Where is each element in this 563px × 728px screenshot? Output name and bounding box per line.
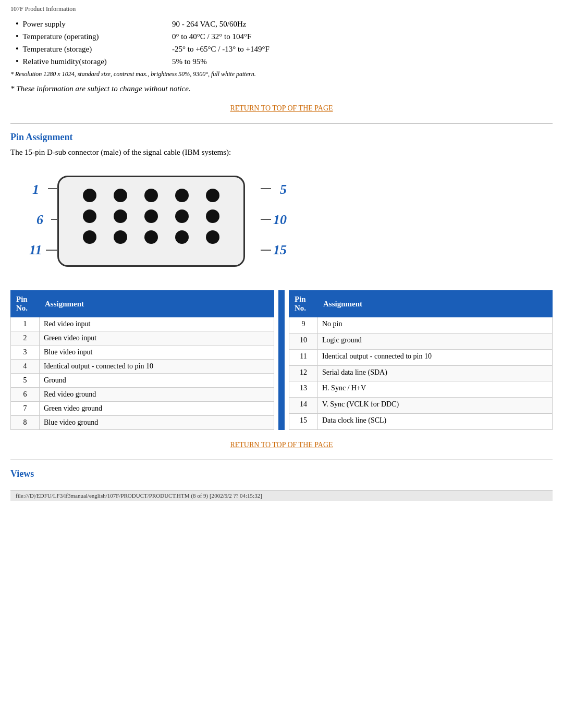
notice: * These information are subject to chang… [10,84,553,93]
right-pin-assignment: V. Sync (VCLK for DDC) [318,398,553,414]
right-pin-number: 12 [289,365,318,381]
pin-section: Pin Assignment The 15-pin D-sub connecto… [10,132,553,430]
right-table-row: 12Serial data line (SDA) [289,365,553,381]
right-pin-number: 15 [289,414,318,430]
pin-row-3 [59,223,243,244]
pin-8 [144,209,158,223]
right-pin-assignment: Data clock line (SCL) [318,414,553,430]
divider-1 [10,123,553,124]
left-pin-number: 7 [11,402,40,416]
pin-3 [144,189,158,202]
left-table-row: 4Identical output - connected to pin 10 [11,360,274,374]
line-1-left [48,188,58,189]
left-table-row: 7Green video ground [11,402,274,416]
right-pin-number: 10 [289,333,318,349]
left-header-assign: Assignment [40,291,274,317]
left-table-row: 6Red video ground [11,388,274,402]
label-11: 11 [29,242,42,258]
spec-row-temp-op: • Temperature (operating) 0° to 40°C / 3… [16,32,553,41]
spec-row-temp-st: • Temperature (storage) -25° to +65°C / … [16,44,553,54]
spec-value-humidity: 5% to 95% [172,57,553,66]
left-pin-assignment: Red video input [40,317,274,331]
bullet-humidity: • [16,57,19,66]
right-pin-number: 11 [289,349,318,365]
spec-value-power: 90 - 264 VAC, 50/60Hz [172,20,553,29]
pin-7 [114,209,127,223]
spec-table: • Power supply 90 - 264 VAC, 50/60Hz • T… [16,19,553,66]
left-pin-number: 1 [11,317,40,331]
footnote: * Resolution 1280 x 1024, standard size,… [10,70,553,78]
left-pin-assignment: Blue video input [40,346,274,360]
pin-2 [114,189,127,202]
connector-diagram: 1 6 11 5 10 15 [26,165,287,280]
pin-intro-text: The 15-pin D-sub connector (male) of the… [10,148,553,157]
pin-1 [83,189,96,202]
pin-15 [206,230,219,244]
left-table-row: 3Blue video input [11,346,274,360]
spec-label-temp-st: • Temperature (storage) [16,44,172,54]
spec-value-temp-op: 0° to 40°C / 32° to 104°F [172,32,553,41]
left-header-pin: Pin No. [11,291,40,317]
pin-row-1 [59,177,243,202]
spec-label-humidity: • Relative humidity(storage) [16,57,172,66]
right-table-row: 10Logic ground [289,333,553,349]
return-link-bottom[interactable]: RETURN TO TOP OF THE PAGE [230,441,333,449]
left-pin-assignment: Blue video ground [40,416,274,430]
pin-12 [114,230,127,244]
spec-row-power: • Power supply 90 - 264 VAC, 50/60Hz [16,19,553,29]
right-pin-assignment: No pin [318,317,553,334]
left-table-header: Pin No. Assignment [11,291,274,317]
page-title: 107F Product Information [10,5,553,13]
left-pin-table: Pin No. Assignment 1Red video input2Gree… [10,290,274,430]
right-table-row: 15Data clock line (SCL) [289,414,553,430]
specs-section: • Power supply 90 - 264 VAC, 50/60Hz • T… [10,19,553,93]
pin-14 [175,230,189,244]
right-table-header: Pin No. Assignment [289,291,553,317]
return-link-top[interactable]: RETURN TO TOP OF THE PAGE [230,104,333,112]
left-pin-number: 5 [11,374,40,388]
left-pin-number: 2 [11,331,40,346]
right-pin-number: 13 [289,381,318,398]
label-5: 5 [280,182,287,198]
spec-label-text-power: Power supply [23,20,66,29]
pin-section-heading: Pin Assignment [10,132,553,143]
left-pin-number: 6 [11,388,40,402]
label-10: 10 [273,212,287,228]
left-table-row: 1Red video input [11,317,274,331]
line-5-right [261,188,271,189]
right-table-row: 9No pin [289,317,553,334]
left-pin-number: 8 [11,416,40,430]
right-header-assign: Assignment [318,291,553,317]
pin-9 [175,209,189,223]
right-pin-assignment: Logic ground [318,333,553,349]
line-15-right [261,250,271,251]
footer-text: file:///D|/EDFU/LF3/lf3manual/english/10… [16,492,262,499]
right-pin-number: 14 [289,398,318,414]
pin-5 [206,189,219,202]
left-pin-assignment: Ground [40,374,274,388]
spec-label-text-temp-op: Temperature (operating) [23,32,99,41]
pin-4 [175,189,189,202]
line-11-left [46,250,58,251]
right-table-row: 13H. Sync / H+V [289,381,553,398]
right-pin-table: Pin No. Assignment 9No pin10Logic ground… [289,290,553,430]
line-6-left [51,219,58,220]
line-10-right [261,219,271,220]
spec-row-humidity: • Relative humidity(storage) 5% to 95% [16,57,553,66]
label-15: 15 [273,242,287,258]
spec-label-power: • Power supply [16,19,172,29]
right-table-row: 11Identical output - connected to pin 10 [289,349,553,365]
table-divider [278,290,285,430]
left-pin-assignment: Green video input [40,331,274,346]
pin-row-2 [59,202,243,223]
left-pin-assignment: Green video ground [40,402,274,416]
divider-2 [10,460,553,460]
bullet-power: • [16,19,19,29]
bullet-temp-op: • [16,32,19,41]
tables-container: Pin No. Assignment 1Red video input2Gree… [10,290,553,430]
spec-value-temp-st: -25° to +65°C / -13° to +149°F [172,45,553,54]
right-table-row: 14V. Sync (VCLK for DDC) [289,398,553,414]
left-pin-assignment: Identical output - connected to pin 10 [40,360,274,374]
spec-label-text-temp-st: Temperature (storage) [23,45,92,54]
left-table-row: 8Blue video ground [11,416,274,430]
